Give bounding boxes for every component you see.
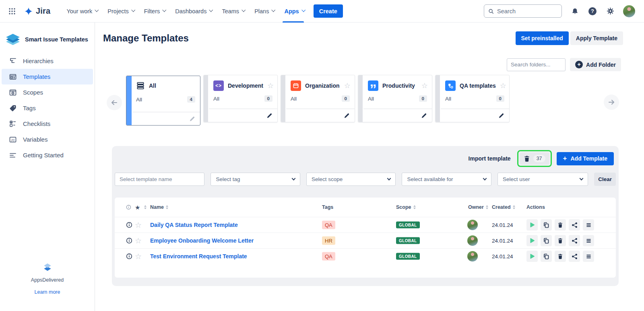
share-template-button[interactable] xyxy=(569,251,580,262)
row-actions xyxy=(526,251,594,262)
favorite-star-icon[interactable] xyxy=(344,82,351,89)
copy-template-button[interactable] xyxy=(541,235,552,246)
copy-icon xyxy=(543,222,549,228)
add-template-button[interactable]: Add Template xyxy=(557,152,614,165)
scope-badge: GLOBAL xyxy=(396,237,420,244)
nav-projects[interactable]: Projects xyxy=(103,0,139,23)
template-name-link[interactable]: Employee Onboarding Welcome Letter xyxy=(150,237,254,244)
create-button[interactable]: Create xyxy=(314,4,343,18)
row-menu-button[interactable] xyxy=(583,235,594,246)
notifications-bell-icon[interactable] xyxy=(570,6,580,16)
edit-folder-pencil-icon[interactable] xyxy=(421,113,427,119)
nav-dashboards[interactable]: Dashboards xyxy=(170,0,217,23)
share-template-button[interactable] xyxy=(569,219,580,231)
folder-card-qa-templates[interactable]: QA templates All 0 xyxy=(435,75,510,122)
highlight-annotation-box: 37 xyxy=(517,150,552,167)
favorite-column-star-icon[interactable] xyxy=(135,204,140,210)
available-for-filter-select[interactable]: Select available for xyxy=(402,173,491,186)
user-avatar[interactable] xyxy=(623,5,635,17)
column-header-name[interactable]: Name xyxy=(150,204,168,210)
edit-folder-pencil-icon[interactable] xyxy=(266,113,272,119)
app-switcher-icon[interactable] xyxy=(6,5,19,18)
search-folders-input[interactable] xyxy=(507,58,566,71)
edit-folder-pencil-icon[interactable] xyxy=(189,116,195,122)
row-info-icon[interactable] xyxy=(126,222,132,228)
row-info-icon[interactable] xyxy=(126,237,132,244)
folder-card-organization[interactable]: Organization All 0 xyxy=(281,75,355,122)
favorite-star-icon[interactable] xyxy=(421,82,428,89)
sidebar-item-tags[interactable]: Tags xyxy=(2,100,93,116)
clear-filters-button[interactable]: Clear xyxy=(594,173,616,186)
sidebar-item-checklists[interactable]: Checklists xyxy=(2,116,93,132)
delete-template-button[interactable] xyxy=(555,235,566,246)
set-preinstalled-button[interactable]: Set preinstalled xyxy=(516,31,569,45)
apply-template-button[interactable]: Apply Template xyxy=(570,31,623,45)
template-name-link[interactable]: Test Environment Request Template xyxy=(150,253,247,260)
sidebar-item-templates[interactable]: Templates xyxy=(2,69,93,84)
trash-bin-button[interactable]: 37 xyxy=(520,152,549,165)
table-row: Employee Onboarding Welcome Letter HR GL… xyxy=(115,233,616,248)
edit-folder-pencil-icon[interactable] xyxy=(498,113,504,119)
learn-more-link[interactable]: Learn more xyxy=(0,289,95,295)
delete-template-button[interactable] xyxy=(555,219,566,231)
search-input[interactable] xyxy=(497,8,549,14)
scope-filter-select[interactable]: Select scope xyxy=(306,173,396,186)
nav-your-work[interactable]: Your work xyxy=(62,0,103,23)
favorite-star-icon[interactable] xyxy=(267,82,274,89)
column-header-scope[interactable]: Scope xyxy=(396,204,416,210)
all-folders-stack-icon xyxy=(136,81,145,90)
column-header-owner[interactable]: Owner xyxy=(468,204,488,210)
run-template-button[interactable] xyxy=(526,235,538,246)
tag-badge: QA xyxy=(322,221,335,229)
folder-card-all[interactable]: All All 4 xyxy=(126,76,200,126)
nav-filters[interactable]: Filters xyxy=(139,0,170,23)
favorite-star-icon[interactable] xyxy=(135,221,142,229)
help-icon[interactable] xyxy=(588,6,597,16)
run-template-button[interactable] xyxy=(526,251,538,262)
template-name-filter-input[interactable] xyxy=(115,173,204,186)
template-name-link[interactable]: Daily QA Status Report Template xyxy=(150,222,238,228)
run-template-button[interactable] xyxy=(526,219,538,231)
chevron-down-icon xyxy=(580,177,584,181)
nav-teams[interactable]: Teams xyxy=(217,0,250,23)
favorite-star-icon[interactable] xyxy=(500,82,506,89)
column-header-created[interactable]: Created xyxy=(492,204,515,210)
import-template-link[interactable]: Import template xyxy=(469,155,511,162)
user-filter-select[interactable]: Select user xyxy=(497,173,588,186)
folder-count-badge: 0 xyxy=(496,95,504,102)
copy-template-button[interactable] xyxy=(541,219,552,231)
sidebar-item-getting-started[interactable]: Getting Started xyxy=(2,147,93,163)
favorite-star-icon[interactable] xyxy=(135,237,142,245)
row-info-icon[interactable] xyxy=(126,253,132,260)
smart-issue-templates-logo-icon xyxy=(5,33,21,46)
nav-apps[interactable]: Apps xyxy=(279,0,309,23)
folder-count-badge: 0 xyxy=(342,95,350,102)
global-search[interactable] xyxy=(484,4,562,18)
row-menu-button[interactable] xyxy=(583,251,594,262)
folder-card-productivity[interactable]: Productivity All 0 xyxy=(358,75,432,122)
sidebar-item-hierarchies[interactable]: Hierarchies xyxy=(2,53,93,69)
folder-card-development[interactable]: Development All 0 xyxy=(203,75,278,122)
share-template-button[interactable] xyxy=(569,235,580,246)
play-icon xyxy=(529,238,535,243)
carousel-prev-button[interactable] xyxy=(107,95,122,110)
edit-folder-pencil-icon[interactable] xyxy=(344,113,350,119)
favorite-sort-icon[interactable] xyxy=(144,205,147,209)
brand-name: Jira xyxy=(36,6,50,16)
nav-plans[interactable]: Plans xyxy=(250,0,279,23)
folder-strip xyxy=(281,75,285,122)
sidebar-item-scopes[interactable]: Scopes xyxy=(2,84,93,100)
delete-template-button[interactable] xyxy=(555,251,566,262)
checklists-icon xyxy=(9,120,17,128)
copy-template-button[interactable] xyxy=(541,251,552,262)
sidebar-item-variables[interactable]: (x) Variables xyxy=(2,132,93,147)
tag-filter-select[interactable]: Select tag xyxy=(211,173,300,186)
carousel-next-button[interactable] xyxy=(604,95,619,110)
add-folder-button[interactable]: Add Folder xyxy=(570,58,621,71)
settings-gear-icon[interactable] xyxy=(605,6,615,16)
arrow-left-icon xyxy=(110,99,118,107)
row-menu-button[interactable] xyxy=(583,219,594,231)
copy-icon xyxy=(543,253,549,260)
favorite-star-icon[interactable] xyxy=(135,253,142,260)
jira-logo[interactable]: Jira xyxy=(24,6,50,16)
